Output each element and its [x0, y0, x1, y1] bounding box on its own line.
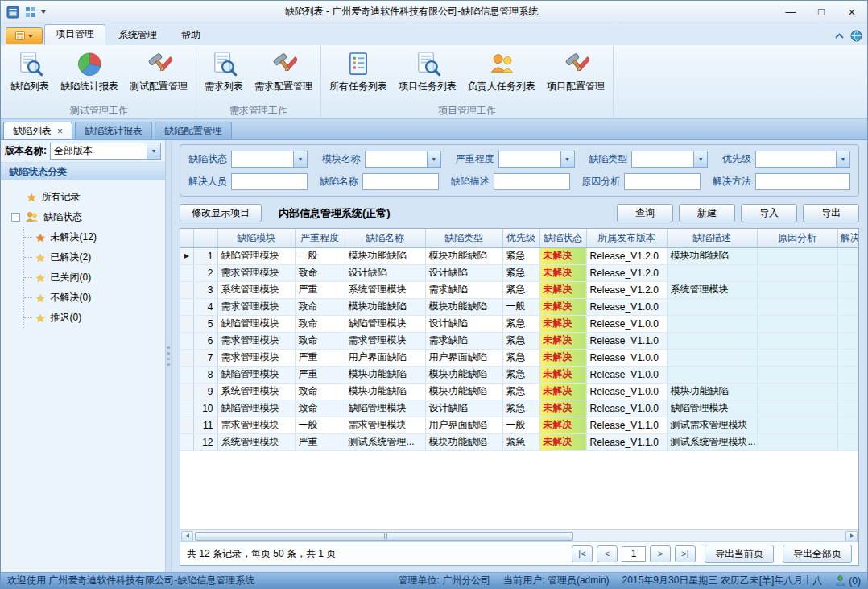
column-header[interactable]: 所属发布版本 — [586, 229, 667, 247]
ribbon-button[interactable]: 测试配置管理 — [124, 47, 193, 104]
chevron-down-icon[interactable]: ▼ — [427, 151, 440, 167]
app-menu-button[interactable] — [6, 27, 43, 44]
sidebar-splitter[interactable] — [166, 140, 172, 572]
app-icon[interactable] — [6, 5, 20, 19]
ribbon-tab[interactable]: 帮助 — [170, 25, 212, 45]
quick-access-dropdown-icon[interactable] — [41, 10, 46, 14]
filter-combo[interactable]: ▼ — [365, 151, 441, 168]
column-header[interactable] — [180, 229, 193, 247]
close-icon[interactable]: × — [57, 127, 63, 136]
help-icon[interactable] — [850, 30, 862, 42]
first-page-button[interactable]: |< — [572, 545, 593, 562]
ribbon-button[interactable]: 项目任务列表 — [393, 47, 462, 104]
tree-item[interactable]: ★已解决(2) — [24, 247, 165, 268]
cell-priority: 紧急 — [502, 315, 539, 332]
chevron-down-icon[interactable]: ▼ — [836, 151, 849, 167]
ribbon-tab[interactable]: 项目管理 — [44, 24, 105, 45]
ribbon-button[interactable]: 需求配置管理 — [249, 47, 318, 104]
scrollbar-thumb[interactable] — [195, 532, 573, 541]
table-row[interactable]: 5缺陷管理模块致命缺陷管理模块设计缺陷紧急未解决Release_V1.0.0 — [180, 315, 858, 332]
filter-input[interactable] — [624, 173, 701, 190]
cell-cause — [757, 332, 837, 349]
ribbon-button[interactable]: 负责人任务列表 — [462, 47, 541, 104]
tree-item[interactable]: ★未解决(12) — [24, 227, 165, 247]
document-tab[interactable]: 缺陷统计报表 — [75, 122, 152, 139]
table-row[interactable]: 9系统管理模块致命模块功能缺陷模块功能缺陷紧急未解决Release_V1.0.0… — [180, 383, 858, 400]
table-row[interactable]: 2需求管理模块致命设计缺陷设计缺陷紧急未解决Release_V1.2.0 — [180, 264, 858, 281]
tree-item[interactable]: ★不解决(0) — [24, 288, 165, 308]
column-header[interactable]: 缺陷状态 — [539, 229, 586, 247]
table-row[interactable]: 10缺陷管理模块致命缺陷管理模块设计缺陷紧急未解决Release_V1.0.0缺… — [180, 400, 858, 417]
column-header[interactable]: 缺陷名称 — [345, 229, 425, 247]
prev-page-button[interactable]: < — [597, 545, 618, 562]
quick-access-grid-icon[interactable] — [23, 5, 38, 19]
column-header[interactable]: 原因分析 — [757, 229, 837, 247]
filter-input[interactable] — [755, 173, 850, 190]
cell-version: Release_V1.0.0 — [586, 349, 667, 366]
cell-module: 需求管理模块 — [217, 264, 295, 281]
column-header[interactable]: 缺陷描述 — [667, 229, 757, 247]
cell-severity: 严重 — [295, 433, 345, 450]
export-current-page-button[interactable]: 导出当前页 — [705, 545, 774, 563]
table-row[interactable]: 4需求管理模块致命模块功能缺陷模块功能缺陷一般未解决Release_V1.0.0 — [180, 298, 858, 315]
page-number-input[interactable] — [622, 546, 646, 562]
statusbar: 欢迎使用 广州爱奇迪软件科技有限公司-缺陷信息管理系统 管理单位: 广州分公司 … — [1, 572, 867, 588]
scroll-right-icon[interactable] — [845, 531, 858, 541]
ribbon-button[interactable]: 需求列表 — [199, 47, 249, 104]
filter-combo[interactable]: ▼ — [231, 151, 308, 168]
table-row[interactable]: ▶1缺陷管理模块一般模块功能缺陷模块功能缺陷紧急未解决Release_V1.2.… — [180, 247, 858, 264]
document-tab[interactable]: 缺陷配置管理 — [155, 122, 232, 139]
collapse-icon[interactable]: - — [11, 213, 20, 222]
tree-item[interactable]: ★已关闭(0) — [24, 268, 165, 288]
table-row[interactable]: 6需求管理模块致命需求管理模块需求缺陷紧急未解决Release_V1.1.0 — [180, 332, 858, 349]
ribbon-button[interactable]: 项目配置管理 — [541, 47, 610, 104]
filter-input[interactable] — [494, 173, 570, 190]
version-select[interactable]: 全部版本 ▼ — [50, 143, 161, 160]
ribbon-button[interactable]: 缺陷列表 — [5, 47, 55, 104]
row-number: 8 — [193, 366, 217, 383]
export-all-pages-button[interactable]: 导出全部页 — [783, 545, 852, 563]
new-button[interactable]: 新建 — [679, 204, 735, 222]
column-header[interactable]: 缺陷类型 — [425, 229, 502, 247]
collapse-ribbon-icon[interactable] — [834, 32, 845, 39]
filter-combo[interactable]: ▼ — [498, 151, 575, 168]
scroll-left-icon[interactable] — [181, 531, 193, 541]
column-header[interactable]: 严重程度 — [295, 229, 345, 247]
modify-display-button[interactable]: 修改显示项目 — [180, 204, 262, 222]
table-row[interactable]: 8缺陷管理模块严重模块功能缺陷模块功能缺陷紧急未解决Release_V1.0.0 — [180, 366, 858, 383]
search-button[interactable]: 查询 — [617, 204, 673, 222]
tree-item[interactable]: ★所有记录 — [4, 187, 165, 207]
horizontal-scrollbar[interactable] — [180, 529, 858, 541]
ribbon-tab[interactable]: 系统管理 — [107, 25, 168, 45]
filter-combo[interactable]: ▼ — [631, 151, 708, 168]
chevron-down-icon[interactable]: ▼ — [560, 151, 574, 167]
sidebar-panel-title: 缺陷状态分类 — [1, 162, 165, 180]
table-row[interactable]: 12系统管理模块严重测试系统管理...模块功能缺陷紧急未解决Release_V1… — [180, 433, 858, 450]
document-tab[interactable]: 缺陷列表× — [3, 122, 72, 139]
filter-input[interactable] — [231, 173, 308, 190]
chevron-down-icon[interactable]: ▼ — [293, 151, 307, 167]
maximize-button[interactable]: □ — [808, 3, 835, 21]
table-row[interactable]: 7需求管理模块严重用户界面缺陷用户界面缺陷紧急未解决Release_V1.0.0 — [180, 349, 858, 366]
last-page-button[interactable]: >| — [675, 545, 696, 562]
table-row[interactable]: 11需求管理模块一般需求管理模块用户界面缺陷一般未解决Release_V1.1.… — [180, 417, 858, 433]
column-header[interactable]: 优先级 — [502, 229, 539, 247]
tree-item[interactable]: -缺陷状态 — [4, 207, 165, 227]
ribbon-button[interactable]: 所有任务列表 — [324, 47, 393, 104]
chevron-down-icon[interactable]: ▼ — [693, 151, 707, 167]
table-row[interactable]: 3系统管理模块严重系统管理模块需求缺陷紧急未解决Release_V1.2.0系统… — [180, 281, 858, 298]
import-button[interactable]: 导入 — [741, 204, 797, 222]
close-button[interactable]: × — [838, 3, 866, 21]
chevron-down-icon[interactable]: ▼ — [147, 143, 160, 159]
column-header[interactable]: 缺陷模块 — [217, 229, 295, 247]
column-header[interactable] — [193, 229, 217, 247]
column-header[interactable]: 解决 — [837, 229, 858, 247]
next-page-button[interactable]: > — [650, 545, 671, 562]
filter-label: 原因分析 — [581, 175, 620, 189]
export-button[interactable]: 导出 — [803, 204, 859, 222]
filter-combo[interactable]: ▼ — [755, 151, 850, 168]
ribbon-button[interactable]: 缺陷统计报表 — [55, 47, 124, 104]
minimize-button[interactable]: — — [777, 3, 804, 21]
tree-item[interactable]: ★推迟(0) — [24, 308, 165, 328]
filter-input[interactable] — [362, 173, 439, 190]
